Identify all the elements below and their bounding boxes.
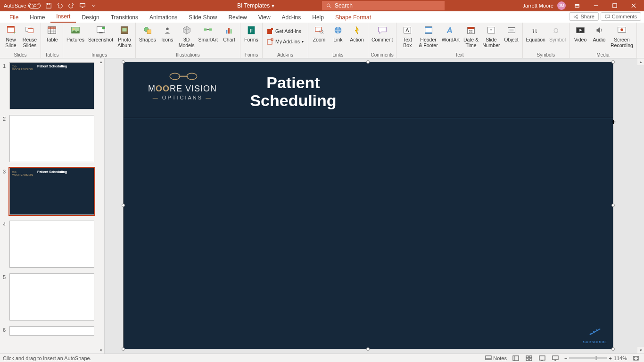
notes-button[interactable]: Notes: [485, 355, 507, 362]
svg-rect-29: [228, 28, 230, 33]
pictures-button[interactable]: Pictures: [65, 24, 86, 43]
svg-rect-22: [122, 28, 126, 31]
svg-text:A: A: [446, 26, 453, 34]
tab-insert[interactable]: Insert: [50, 11, 76, 23]
thumbnail-row: 2: [0, 114, 104, 167]
reading-view-icon[interactable]: [538, 355, 546, 362]
zoom-button[interactable]: Zoom: [310, 24, 328, 43]
autosave-toggle[interactable]: AutoSave Off: [4, 3, 41, 8]
textbox-button[interactable]: AText Box: [398, 24, 416, 49]
my-addins-button[interactable]: My Add-ins▾: [264, 37, 306, 46]
audio-button[interactable]: Audio: [590, 24, 608, 43]
svg-rect-1: [47, 3, 50, 5]
chart-button[interactable]: Chart: [220, 24, 238, 43]
minimize-icon[interactable]: [588, 1, 603, 10]
icons-button[interactable]: Icons: [158, 24, 176, 43]
svg-rect-2: [80, 4, 85, 7]
object-button[interactable]: Object: [503, 24, 520, 43]
equation-button[interactable]: πEquation: [525, 24, 547, 43]
zoom-slider[interactable]: [569, 357, 607, 359]
date-time-button[interactable]: 22Date & Time: [462, 24, 480, 49]
forms-button[interactable]: FForms: [242, 24, 260, 43]
undo-icon[interactable]: [57, 2, 63, 9]
reuse-slides-button[interactable]: Reuse Slides: [21, 24, 39, 49]
crosshair-cursor-icon: +: [611, 118, 616, 126]
comments-button[interactable]: Comments: [601, 12, 641, 21]
search-input[interactable]: [335, 2, 441, 9]
svg-rect-62: [526, 359, 528, 361]
3d-models-button[interactable]: 3D Models: [177, 24, 196, 49]
toggle-switch-icon: Off: [28, 3, 41, 8]
user-name[interactable]: Jarrett Moore: [523, 3, 553, 8]
tab-transitions[interactable]: Transitions: [105, 12, 144, 23]
svg-point-20: [102, 27, 105, 30]
work-area: ▴ 1 ⊙⊙MOORE VISION Patient Scheduling 2 …: [0, 58, 644, 354]
fit-to-window-icon[interactable]: [632, 355, 640, 362]
scroll-down-icon[interactable]: ▾: [98, 347, 104, 354]
slide-thumbnail-5[interactable]: [9, 273, 94, 321]
slideshow-view-icon[interactable]: [551, 355, 560, 362]
smartart-button[interactable]: SmartArt: [197, 24, 219, 43]
header-footer-button[interactable]: Header & Footer: [417, 24, 439, 49]
scroll-down-icon[interactable]: ▾: [637, 347, 644, 354]
zoom-in-icon[interactable]: +: [609, 355, 611, 361]
slide-thumbnail-2[interactable]: [9, 115, 94, 162]
zoom-out-icon[interactable]: −: [564, 355, 567, 361]
svg-rect-63: [529, 359, 532, 361]
slideshow-from-start-icon[interactable]: [79, 2, 86, 9]
tab-view[interactable]: View: [253, 12, 276, 23]
save-icon[interactable]: [45, 2, 52, 9]
photo-album-button[interactable]: Photo Album: [116, 24, 133, 49]
close-icon[interactable]: [626, 1, 641, 10]
tab-slideshow[interactable]: Slide Show: [183, 12, 223, 23]
link-button[interactable]: Link: [329, 24, 347, 43]
tab-addins[interactable]: Add-ins: [276, 12, 307, 23]
comment-button[interactable]: Comment: [370, 24, 395, 43]
zoom-control[interactable]: − + 114%: [564, 355, 627, 361]
ribbon-display-icon[interactable]: [570, 1, 585, 10]
tab-shape-format[interactable]: Shape Format: [330, 12, 377, 23]
action-button[interactable]: Action: [348, 24, 366, 43]
ribbon-tabs: File Home Insert Design Transitions Anim…: [0, 11, 644, 23]
new-slide-button[interactable]: +New Slide: [2, 24, 20, 49]
slide-thumbnail-3[interactable]: ⊙⊙MOORE VISION Patient Scheduling: [9, 168, 94, 215]
qat-dropdown-icon[interactable]: [91, 2, 97, 9]
table-button[interactable]: Table: [43, 24, 61, 43]
thumbnail-row: 3 ⊙⊙MOORE VISION Patient Scheduling: [0, 167, 104, 220]
slide-number-button[interactable]: #Slide Number: [481, 24, 501, 49]
scroll-up-icon[interactable]: ▴: [637, 58, 644, 65]
tab-animations[interactable]: Animations: [144, 12, 183, 23]
zoom-percent[interactable]: 114%: [614, 355, 627, 361]
tab-design[interactable]: Design: [76, 12, 105, 23]
tab-review[interactable]: Review: [223, 12, 252, 23]
slide-sorter-icon[interactable]: [525, 355, 533, 362]
video-button[interactable]: Video: [571, 24, 589, 43]
shapes-button[interactable]: Shapes: [138, 24, 157, 43]
screen-recording-button[interactable]: Screen Recording: [609, 24, 635, 49]
scroll-up-icon[interactable]: ▴: [98, 58, 104, 65]
tab-file[interactable]: File: [4, 12, 24, 23]
svg-text:+: +: [14, 31, 16, 35]
tab-help[interactable]: Help: [306, 12, 330, 23]
search-icon: [326, 2, 332, 9]
get-addins-button[interactable]: Get Add-ins: [264, 26, 306, 36]
document-title[interactable]: BI Templates ▾: [237, 2, 274, 9]
wordart-button[interactable]: AWordArt: [440, 24, 461, 43]
maximize-icon[interactable]: [607, 1, 622, 10]
screenshot-button[interactable]: Screenshot: [87, 24, 115, 43]
normal-view-icon[interactable]: [512, 355, 520, 362]
share-button[interactable]: Share: [569, 12, 598, 21]
thumbnail-row: 5: [0, 272, 104, 325]
symbol-button[interactable]: ΩSymbol: [548, 24, 567, 43]
slide-thumbnail-1[interactable]: ⊙⊙MOORE VISION Patient Scheduling: [9, 62, 94, 109]
redo-icon[interactable]: [68, 2, 74, 9]
tab-home[interactable]: Home: [24, 12, 50, 23]
brand-subtext: OPTICIANS: [138, 95, 227, 100]
slide-thumbnail-4[interactable]: [9, 221, 94, 268]
group-forms: FForms Forms: [240, 23, 263, 58]
slide[interactable]: ⬭─⬭ MOORE VISION OPTICIANS PatientSchedu…: [124, 62, 613, 349]
user-avatar[interactable]: JM: [557, 1, 566, 10]
group-media: Video Audio Screen Recording Media: [570, 23, 637, 58]
slide-thumbnail-6[interactable]: [9, 326, 94, 336]
search-box[interactable]: [322, 1, 445, 10]
